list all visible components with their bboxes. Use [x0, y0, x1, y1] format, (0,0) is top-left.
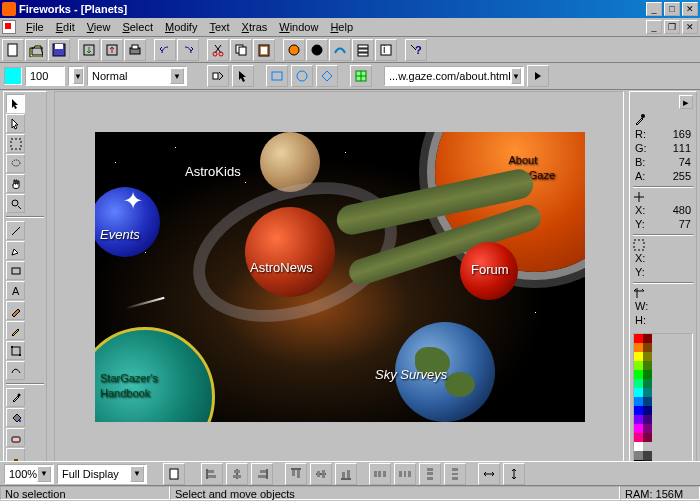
- palette-color[interactable]: [634, 361, 643, 370]
- dist-hc-button[interactable]: [394, 463, 416, 485]
- panel-menu-button[interactable]: ▸: [679, 95, 693, 109]
- zoom-dropdown[interactable]: ▼: [68, 66, 84, 86]
- planet-astronews[interactable]: [245, 207, 335, 297]
- info-button[interactable]: i: [375, 39, 397, 61]
- lasso-tool[interactable]: [6, 154, 25, 173]
- layers-button[interactable]: [352, 39, 374, 61]
- palette-color[interactable]: [634, 343, 643, 352]
- page-button[interactable]: [163, 463, 185, 485]
- palette-color[interactable]: [634, 433, 643, 442]
- marquee-tool[interactable]: [6, 134, 25, 153]
- palette-color[interactable]: [634, 352, 643, 361]
- palette-color[interactable]: [643, 352, 652, 361]
- document-canvas[interactable]: AboutStarGaze AstroKids Events ✦ AstroNe…: [95, 132, 585, 422]
- menu-view[interactable]: View: [81, 19, 117, 35]
- minimize-button[interactable]: _: [646, 2, 662, 16]
- shape-rect-button[interactable]: [266, 65, 288, 87]
- export-button[interactable]: [101, 39, 123, 61]
- palette-color[interactable]: [643, 370, 652, 379]
- menu-select[interactable]: Select: [116, 19, 159, 35]
- maximize-button[interactable]: □: [664, 2, 680, 16]
- url-select[interactable]: ...w.gaze.com/about.html▼: [384, 66, 524, 86]
- bucket-tool[interactable]: [6, 408, 25, 427]
- save-button[interactable]: [48, 39, 70, 61]
- freeform-tool[interactable]: [6, 361, 25, 380]
- cut-button[interactable]: [207, 39, 229, 61]
- eraser-tool[interactable]: [6, 428, 25, 447]
- help-button[interactable]: ?: [405, 39, 427, 61]
- rectangle-tool[interactable]: [6, 261, 25, 280]
- mdi-restore-button[interactable]: ❐: [664, 20, 680, 34]
- align-bottom-button[interactable]: [335, 463, 357, 485]
- canvas-area[interactable]: AboutStarGaze AstroKids Events ✦ AstroNe…: [54, 91, 624, 475]
- palette-color[interactable]: [643, 415, 652, 424]
- match-height-button[interactable]: [503, 463, 525, 485]
- menu-help[interactable]: Help: [324, 19, 359, 35]
- color-palette[interactable]: [633, 333, 693, 479]
- palette-color[interactable]: [634, 451, 643, 460]
- align-vcenter-button[interactable]: [310, 463, 332, 485]
- line-tool[interactable]: [6, 221, 25, 240]
- pointer-tool[interactable]: [6, 94, 25, 113]
- document-icon[interactable]: [2, 20, 16, 34]
- mdi-close-button[interactable]: ✕: [682, 20, 698, 34]
- shape-circle-button[interactable]: [291, 65, 313, 87]
- dist-h-button[interactable]: [369, 463, 391, 485]
- match-width-button[interactable]: [478, 463, 500, 485]
- redo-button[interactable]: [177, 39, 199, 61]
- undo-button[interactable]: [154, 39, 176, 61]
- display-mode-select[interactable]: Normal▼: [87, 66, 187, 86]
- palette-color[interactable]: [643, 442, 652, 451]
- palette-color[interactable]: [643, 424, 652, 433]
- hand-tool[interactable]: [6, 174, 25, 193]
- palette-color[interactable]: [643, 451, 652, 460]
- palette-color[interactable]: [643, 388, 652, 397]
- pen-tool[interactable]: [6, 241, 25, 260]
- palette-color[interactable]: [643, 433, 652, 442]
- view-select[interactable]: Full Display▼: [57, 464, 147, 484]
- palette-color[interactable]: [643, 334, 652, 343]
- zoom-input[interactable]: [25, 66, 65, 86]
- dist-vc-button[interactable]: [444, 463, 466, 485]
- slice-button[interactable]: [350, 65, 372, 87]
- close-button[interactable]: ✕: [682, 2, 698, 16]
- dist-v-button[interactable]: [419, 463, 441, 485]
- palette-color[interactable]: [634, 379, 643, 388]
- palette-color[interactable]: [643, 397, 652, 406]
- fill-tool-button[interactable]: [283, 39, 305, 61]
- effect-button[interactable]: [329, 39, 351, 61]
- align-hcenter-button[interactable]: [226, 463, 248, 485]
- palette-color[interactable]: [634, 388, 643, 397]
- palette-color[interactable]: [634, 424, 643, 433]
- palette-color[interactable]: [634, 442, 643, 451]
- open-button[interactable]: [25, 39, 47, 61]
- print-button[interactable]: [124, 39, 146, 61]
- zoom-select[interactable]: 100%▼: [4, 464, 54, 484]
- menu-text[interactable]: Text: [203, 19, 235, 35]
- menu-xtras[interactable]: Xtras: [236, 19, 274, 35]
- brush-tool[interactable]: [6, 301, 25, 320]
- stroke-tool-button[interactable]: [306, 39, 328, 61]
- subselect-tool[interactable]: [6, 114, 25, 133]
- import-button[interactable]: [78, 39, 100, 61]
- paste-button[interactable]: [253, 39, 275, 61]
- brush-color-well[interactable]: [4, 67, 22, 85]
- pointer-mode-button[interactable]: [232, 65, 254, 87]
- behind-button[interactable]: [207, 65, 229, 87]
- menu-window[interactable]: Window: [273, 19, 324, 35]
- mdi-minimize-button[interactable]: _: [646, 20, 662, 34]
- palette-color[interactable]: [643, 361, 652, 370]
- palette-color[interactable]: [634, 406, 643, 415]
- palette-color[interactable]: [634, 334, 643, 343]
- palette-color[interactable]: [634, 370, 643, 379]
- url-go-button[interactable]: [527, 65, 549, 87]
- shape-diamond-button[interactable]: [316, 65, 338, 87]
- new-button[interactable]: [2, 39, 24, 61]
- pencil-tool[interactable]: [6, 321, 25, 340]
- eyedropper-tool[interactable]: [6, 388, 25, 407]
- copy-button[interactable]: [230, 39, 252, 61]
- text-tool[interactable]: A: [6, 281, 25, 300]
- palette-color[interactable]: [643, 406, 652, 415]
- zoom-tool[interactable]: [6, 194, 25, 213]
- menu-modify[interactable]: Modify: [159, 19, 203, 35]
